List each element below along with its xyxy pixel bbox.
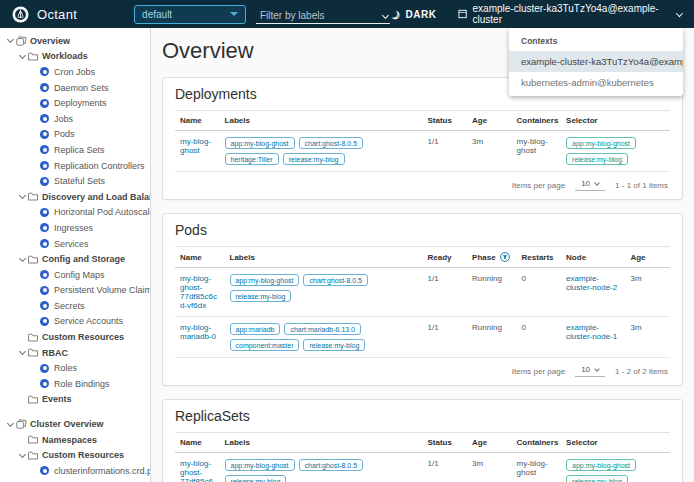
sidebar-item-cron-jobs[interactable]: Cron Jobs bbox=[0, 64, 150, 80]
sidebar-item-deployments[interactable]: Deployments bbox=[0, 95, 150, 111]
resource-icon bbox=[40, 239, 49, 248]
sidebar-item-config-maps[interactable]: Config Maps bbox=[0, 267, 150, 283]
table-row: my-blog-ghostapp:my-blog-ghostchart:ghos… bbox=[175, 131, 670, 172]
filter-icon[interactable] bbox=[500, 252, 510, 262]
page-size-select[interactable]: 10 bbox=[575, 365, 605, 377]
sidebar-item-label: Secrets bbox=[54, 301, 85, 311]
label-tag: component:master bbox=[230, 339, 300, 351]
column-header-name: Name bbox=[175, 111, 220, 131]
resource-icon bbox=[40, 114, 49, 123]
resource-icon bbox=[40, 83, 54, 92]
sidebar-item-clusterinformations-crd-projec[interactable]: clusterinformations.crd.projec bbox=[0, 463, 150, 479]
card-pods: PodsNameLabelsReadyPhaseRestartsNodeAgem… bbox=[162, 213, 683, 386]
context-selector-button[interactable]: example-cluster-ka3TuTzYo4a@example-clus… bbox=[458, 3, 682, 25]
context-dropdown: Contexts example-cluster-ka3TuTzYo4a@exa… bbox=[509, 28, 683, 96]
name-cell: my-blog-ghost-77df85c6cd bbox=[175, 453, 220, 482]
column-header-labels: Labels bbox=[220, 433, 423, 453]
resource-icon bbox=[40, 114, 54, 123]
column-header-containers: Containers bbox=[512, 433, 562, 453]
chevron-down-icon bbox=[6, 420, 13, 427]
column-header-node: Node bbox=[561, 247, 625, 268]
pagination-range: 1 - 1 of 1 items bbox=[615, 181, 668, 190]
resource-link[interactable]: my-blog-ghost-77df85c6cd bbox=[180, 459, 213, 482]
sidebar-item-horizontal-pod-autoscalers[interactable]: Horizontal Pod Autoscalers bbox=[0, 205, 150, 221]
label-tag: chart:ghost-8.0.5 bbox=[303, 274, 368, 286]
label-tag: chart:ghost-8.0.5 bbox=[299, 137, 364, 149]
pagination: Items per page101 - 1 of 1 items bbox=[175, 172, 670, 199]
resource-icon bbox=[40, 223, 49, 232]
resource-link[interactable]: my-blog-ghost bbox=[180, 137, 211, 155]
resource-link[interactable]: example-cluster-node-1 bbox=[566, 323, 617, 341]
namespace-select-value: default bbox=[142, 9, 172, 20]
text-cell: 0 bbox=[517, 317, 562, 358]
sidebar-item-ingresses[interactable]: Ingresses bbox=[0, 220, 150, 236]
page-size-select[interactable]: 10 bbox=[575, 179, 605, 191]
resource-icon bbox=[40, 239, 54, 248]
table-row: my-blog-ghost-77df85c6cd-vf6dxapp:my-blo… bbox=[175, 268, 670, 317]
sidebar-item-persistent-volume-claims[interactable]: Persistent Volume Claims bbox=[0, 283, 150, 299]
folder-icon bbox=[28, 435, 42, 444]
label-tag: app:my-blog-ghost bbox=[225, 137, 295, 149]
sidebar-item-label: Pods bbox=[54, 129, 75, 139]
namespace-select[interactable]: default bbox=[134, 5, 246, 24]
text-cell: 1/1 bbox=[423, 268, 468, 317]
resource-link[interactable]: my-blog-ghost-77df85c6cd-vf6dx bbox=[180, 274, 217, 310]
resource-link[interactable]: my-blog-mariadb-0 bbox=[180, 323, 216, 341]
resource-icon bbox=[40, 270, 54, 279]
resource-link[interactable]: example-cluster-node-2 bbox=[566, 274, 617, 292]
sidebar-item-discovery-and-load-balancing[interactable]: Discovery and Load Balancing bbox=[0, 189, 150, 205]
sidebar-item-role-bindings[interactable]: Role Bindings bbox=[0, 376, 150, 392]
page-size-value: 10 bbox=[581, 179, 590, 188]
sidebar-item-csidrivers-csi-storage-k8s-io[interactable]: csidrivers.csi.storage.k8s.io bbox=[0, 479, 150, 482]
sidebar-item-label: Roles bbox=[54, 363, 77, 373]
sidebar-item-daemon-sets[interactable]: Daemon Sets bbox=[0, 80, 150, 96]
sidebar-item-label: Horizontal Pod Autoscalers bbox=[54, 207, 150, 217]
sidebar-item-roles[interactable]: Roles bbox=[0, 360, 150, 376]
column-header-age: Age bbox=[467, 433, 512, 453]
data-table: NameLabelsStatusAgeContainersSelectormy-… bbox=[175, 110, 670, 172]
resource-icon bbox=[40, 99, 54, 108]
resource-icon bbox=[40, 223, 54, 232]
context-menu-item[interactable]: kubernetes-admin@kubernetes bbox=[509, 72, 683, 93]
text-cell: 3m bbox=[625, 268, 670, 317]
sidebar-item-services[interactable]: Services bbox=[0, 236, 150, 252]
sidebar-item-workloads[interactable]: Workloads bbox=[0, 49, 150, 65]
sidebar-item-pods[interactable]: Pods bbox=[0, 127, 150, 143]
resource-icon bbox=[40, 466, 49, 475]
sidebar-item-namespaces[interactable]: Namespaces bbox=[0, 432, 150, 448]
context-menu-item[interactable]: example-cluster-ka3TuTzYo4a@example-clu.… bbox=[509, 51, 683, 72]
data-table: NameLabelsStatusAgeContainersSelectormy-… bbox=[175, 432, 670, 482]
sidebar-item-events[interactable]: Events bbox=[0, 392, 150, 408]
text-cell: 3m bbox=[467, 453, 512, 482]
sidebar-item-cluster-overview[interactable]: Cluster Overview bbox=[0, 416, 150, 432]
sidebar-item-replication-controllers[interactable]: Replication Controllers bbox=[0, 158, 150, 174]
resource-icon bbox=[40, 99, 49, 108]
sidebar-item-label: Cluster Overview bbox=[30, 419, 104, 429]
chevron-down-icon bbox=[594, 180, 600, 186]
sidebar-item-secrets[interactable]: Secrets bbox=[0, 298, 150, 314]
dark-mode-toggle[interactable]: ☾ DARK bbox=[390, 9, 436, 20]
resource-icon bbox=[40, 67, 54, 76]
sidebar-item-replica-sets[interactable]: Replica Sets bbox=[0, 142, 150, 158]
text-cell: 1/1 bbox=[422, 131, 467, 172]
sidebar-item-label: Deployments bbox=[54, 98, 107, 108]
sidebar-item-custom-resources[interactable]: Custom Resources bbox=[0, 447, 150, 463]
sidebar-item-custom-resources[interactable]: Custom Resources bbox=[0, 329, 150, 345]
sidebar-item-config-and-storage[interactable]: Config and Storage bbox=[0, 251, 150, 267]
sidebar-item-stateful-sets[interactable]: Stateful Sets bbox=[0, 173, 150, 189]
resource-icon bbox=[40, 364, 49, 373]
name-cell: my-blog-ghost bbox=[175, 131, 220, 172]
chevron-down-icon bbox=[18, 255, 25, 262]
sidebar-item-jobs[interactable]: Jobs bbox=[0, 111, 150, 127]
sidebar-item-overview[interactable]: Overview bbox=[0, 33, 150, 49]
sidebar-item-label: Services bbox=[54, 239, 89, 249]
resource-icon bbox=[40, 379, 49, 388]
resource-icon bbox=[40, 286, 54, 295]
sidebar-item-service-accounts[interactable]: Service Accounts bbox=[0, 314, 150, 330]
label-tag: release:my-blog bbox=[566, 475, 628, 482]
label-filter-input[interactable]: Filter by labels bbox=[256, 5, 390, 24]
sidebar-item-rbac[interactable]: RBAC bbox=[0, 345, 150, 361]
resource-icon bbox=[40, 67, 49, 76]
folder-icon bbox=[28, 395, 42, 404]
sidebar-item-label: Namespaces bbox=[42, 435, 97, 445]
